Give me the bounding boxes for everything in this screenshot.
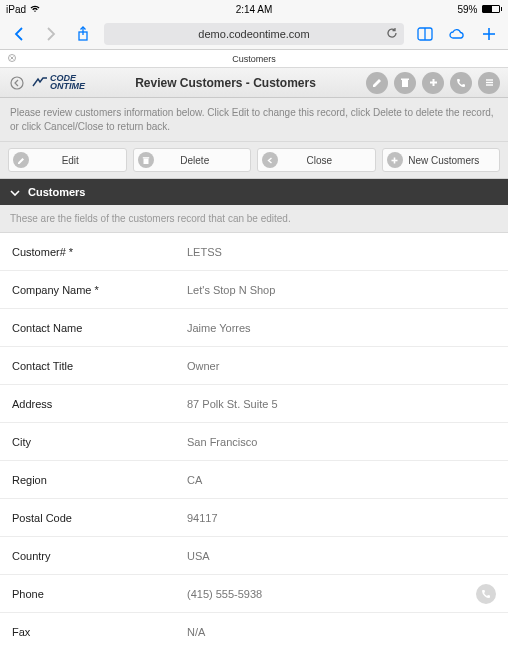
browser-toolbar: demo.codeontime.com bbox=[0, 18, 508, 50]
field-label: Address bbox=[12, 398, 187, 410]
field-label: Region bbox=[12, 474, 187, 486]
close-tab-icon[interactable] bbox=[8, 53, 16, 64]
field-label: Contact Name bbox=[12, 322, 187, 334]
page-title: Review Customers - Customers bbox=[91, 76, 360, 90]
field-value: N/A bbox=[187, 626, 496, 638]
back-button[interactable] bbox=[8, 23, 30, 45]
new-customers-button[interactable]: New Customers bbox=[382, 148, 501, 172]
field-label: Fax bbox=[12, 626, 187, 638]
field-label: Contact Title bbox=[12, 360, 187, 372]
header-delete-button[interactable] bbox=[394, 72, 416, 94]
battery-percent: 59% bbox=[457, 4, 477, 15]
action-toolbar: Edit Delete Close New Customers bbox=[0, 142, 508, 179]
field-value: LETSS bbox=[187, 246, 496, 258]
forward-button[interactable] bbox=[40, 23, 62, 45]
chevron-down-icon bbox=[10, 186, 20, 198]
field-row: Phone(415) 555-5938 bbox=[0, 575, 508, 613]
instructions-text: Please review customers information belo… bbox=[0, 98, 508, 142]
field-value: (415) 555-5938 bbox=[187, 588, 474, 600]
field-value: Owner bbox=[187, 360, 496, 372]
carrier-label: iPad bbox=[6, 4, 26, 15]
field-value: San Francisco bbox=[187, 436, 496, 448]
header-add-button[interactable] bbox=[422, 72, 444, 94]
field-value: 94117 bbox=[187, 512, 496, 524]
field-row: Contact TitleOwner bbox=[0, 347, 508, 385]
tab-strip: Customers bbox=[0, 50, 508, 68]
close-button[interactable]: Close bbox=[257, 148, 376, 172]
tabs-button[interactable] bbox=[414, 23, 436, 45]
field-label: Phone bbox=[12, 588, 187, 600]
field-row: RegionCA bbox=[0, 461, 508, 499]
svg-rect-2 bbox=[418, 28, 432, 40]
svg-rect-10 bbox=[402, 80, 408, 87]
field-row: FaxN/A bbox=[0, 613, 508, 649]
app-header: CODE ONTIME Review Customers - Customers bbox=[0, 68, 508, 98]
fields-list: Customer# *LETSSCompany Name *Let's Stop… bbox=[0, 233, 508, 649]
header-edit-button[interactable] bbox=[366, 72, 388, 94]
section-title: Customers bbox=[28, 186, 85, 198]
field-label: City bbox=[12, 436, 187, 448]
battery-icon bbox=[482, 5, 503, 13]
field-value: Jaime Yorres bbox=[187, 322, 496, 334]
reload-icon[interactable] bbox=[386, 27, 398, 41]
svg-rect-18 bbox=[142, 157, 148, 158]
svg-rect-17 bbox=[143, 158, 148, 164]
url-text: demo.codeontime.com bbox=[198, 28, 309, 40]
header-menu-button[interactable] bbox=[478, 72, 500, 94]
field-value: 87 Polk St. Suite 5 bbox=[187, 398, 496, 410]
field-row: CountryUSA bbox=[0, 537, 508, 575]
field-label: Postal Code bbox=[12, 512, 187, 524]
cloud-button[interactable] bbox=[446, 23, 468, 45]
field-row: Customer# *LETSS bbox=[0, 233, 508, 271]
svg-point-9 bbox=[11, 77, 23, 89]
field-row: CitySan Francisco bbox=[0, 423, 508, 461]
share-button[interactable] bbox=[72, 23, 94, 45]
field-value: Let's Stop N Shop bbox=[187, 284, 496, 296]
field-row: Contact NameJaime Yorres bbox=[0, 309, 508, 347]
status-bar: iPad 2:14 AM 59% bbox=[0, 0, 508, 18]
header-call-button[interactable] bbox=[450, 72, 472, 94]
svg-point-6 bbox=[9, 55, 16, 62]
section-header[interactable]: Customers bbox=[0, 179, 508, 205]
new-tab-button[interactable] bbox=[478, 23, 500, 45]
logo[interactable]: CODE ONTIME bbox=[32, 75, 85, 90]
field-label: Country bbox=[12, 550, 187, 562]
field-label: Customer# * bbox=[12, 246, 187, 258]
svg-rect-11 bbox=[401, 79, 409, 81]
section-subtitle: These are the fields of the customers re… bbox=[0, 205, 508, 233]
delete-button[interactable]: Delete bbox=[133, 148, 252, 172]
field-value: CA bbox=[187, 474, 496, 486]
svg-line-7 bbox=[11, 57, 14, 60]
field-row: Address87 Polk St. Suite 5 bbox=[0, 385, 508, 423]
tab-title: Customers bbox=[232, 54, 276, 64]
clock: 2:14 AM bbox=[0, 4, 508, 15]
wifi-icon bbox=[30, 4, 40, 15]
edit-button[interactable]: Edit bbox=[8, 148, 127, 172]
field-value: USA bbox=[187, 550, 496, 562]
field-row: Postal Code94117 bbox=[0, 499, 508, 537]
field-label: Company Name * bbox=[12, 284, 187, 296]
svg-rect-0 bbox=[79, 32, 87, 40]
svg-line-8 bbox=[11, 57, 14, 60]
header-back-button[interactable] bbox=[8, 72, 26, 94]
address-bar[interactable]: demo.codeontime.com bbox=[104, 23, 404, 45]
field-row: Company Name *Let's Stop N Shop bbox=[0, 271, 508, 309]
call-button[interactable] bbox=[476, 584, 496, 604]
